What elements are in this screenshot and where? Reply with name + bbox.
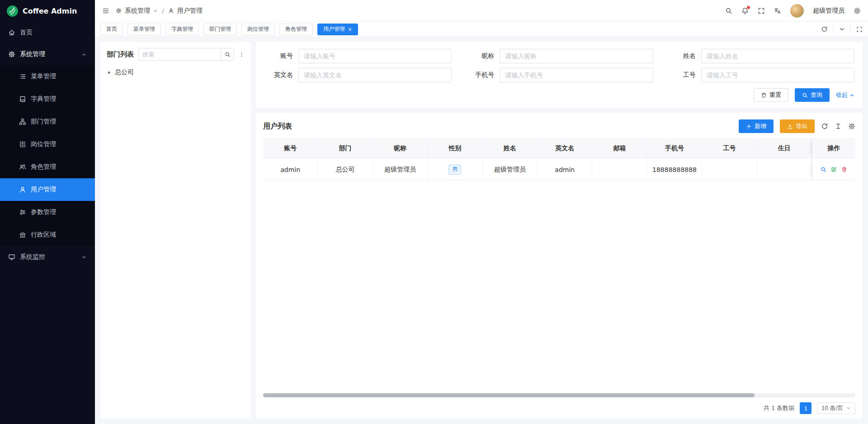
dots-vertical-icon	[239, 52, 245, 57]
refresh-table-button[interactable]	[821, 123, 828, 130]
tree-item-head-office[interactable]: 总公司	[107, 66, 245, 79]
query-button-label: 查询	[811, 91, 822, 99]
sidebar-item-menu-management[interactable]: 菜单管理	[0, 65, 95, 88]
reset-button[interactable]: 重置	[754, 88, 788, 102]
breadcrumb-level2: 用户管理	[177, 7, 203, 15]
bank-icon	[19, 231, 26, 238]
tab-label: 菜单管理	[133, 25, 155, 33]
sidebar-item-role-management[interactable]: 角色管理	[0, 156, 95, 178]
collapse-filters-button[interactable]: 收起	[836, 91, 854, 99]
filter-grid: 账号 昵称 姓名 英文名	[264, 49, 854, 82]
sidebar-item-post-management[interactable]: 岗位管理	[0, 133, 95, 156]
sidebar-item-label: 首页	[20, 29, 33, 37]
tab-post-management[interactable]: 岗位管理	[241, 24, 275, 35]
reset-button-label: 重置	[769, 91, 781, 99]
field-label: 账号	[264, 52, 293, 60]
badge-icon	[19, 141, 26, 148]
user-avatar[interactable]	[790, 4, 804, 18]
tab-actions-dropdown-button[interactable]	[839, 26, 845, 32]
scrollbar-thumb[interactable]	[263, 393, 755, 397]
translate-button[interactable]	[774, 7, 781, 14]
global-search-button[interactable]	[725, 7, 732, 14]
column-header-email: 邮箱	[592, 138, 647, 159]
field-nickname: 昵称	[465, 49, 653, 63]
tab-menu-management[interactable]: 菜单管理	[127, 24, 161, 35]
search-icon	[725, 7, 732, 14]
refresh-page-button[interactable]	[821, 26, 828, 33]
department-search-button[interactable]	[221, 48, 234, 61]
tab-label: 用户管理	[323, 25, 345, 33]
sidebar-item-dictionary-management[interactable]: 字典管理	[0, 88, 95, 110]
sidebar-item-label: 菜单管理	[31, 72, 56, 81]
coffee-logo-icon	[6, 5, 19, 17]
tab-dictionary-management[interactable]: 字典管理	[165, 24, 199, 35]
breadcrumb: 系统管理 / 用户管理	[116, 7, 203, 15]
column-header-phone: 手机号	[647, 138, 702, 159]
sidebar-item-system-monitor[interactable]: 系统监控	[0, 246, 95, 268]
page-size-value: 10 条/页	[821, 404, 843, 412]
search-icon	[802, 92, 808, 98]
fullscreen-button[interactable]	[758, 7, 765, 14]
breadcrumb-separator: /	[162, 7, 164, 14]
sidebar-item-label: 字典管理	[31, 95, 56, 103]
nickname-input[interactable]	[500, 49, 653, 63]
tab-home[interactable]: 首页	[100, 24, 123, 35]
tab-user-management[interactable]: 用户管理 ×	[317, 24, 358, 35]
breadcrumb-level1[interactable]: 系统管理	[125, 7, 150, 15]
chevron-up-icon	[81, 52, 87, 57]
field-account: 账号	[264, 49, 452, 63]
sidebar-item-user-management[interactable]: 用户管理	[0, 178, 95, 201]
name-input[interactable]	[701, 49, 854, 63]
table-row: admin 总公司 超级管理员 男 超级管理员 admin 1888888888…	[263, 159, 855, 181]
params-icon	[19, 209, 26, 216]
content-fullscreen-button[interactable]	[856, 26, 863, 33]
tab-role-management[interactable]: 角色管理	[279, 24, 313, 35]
current-user-name[interactable]: 超级管理员	[813, 7, 844, 15]
export-button[interactable]: 导出	[780, 119, 815, 133]
page-content: 部门列表	[95, 37, 868, 424]
english-name-input[interactable]	[298, 68, 452, 82]
edit-row-button[interactable]	[829, 167, 839, 172]
department-more-button[interactable]	[239, 52, 245, 57]
sidebar-item-label: 角色管理	[31, 163, 56, 171]
user-list-tools: 新增 导出	[739, 119, 855, 133]
user-table: 账号 部门 昵称 性别 姓名 英文名 邮箱 手机号 工号 生日 操作	[263, 138, 855, 181]
field-label: 英文名	[264, 71, 293, 79]
top-header: 系统管理 / 用户管理	[95, 0, 868, 22]
sidebar-item-system-management[interactable]: 系统管理	[0, 43, 95, 65]
hamburger-icon	[102, 7, 109, 14]
user-list-card: 用户列表 新增	[256, 113, 863, 419]
department-tree: 总公司	[107, 66, 245, 79]
sidebar-item-department-management[interactable]: 部门管理	[0, 110, 95, 133]
total-count-text: 共 1 条数据	[764, 404, 795, 412]
row-height-button[interactable]	[835, 123, 842, 130]
sidebar-collapse-button[interactable]	[102, 7, 109, 14]
collapse-label: 收起	[836, 91, 848, 99]
horizontal-scrollbar	[263, 393, 855, 397]
plus-icon	[746, 124, 752, 129]
department-search-input[interactable]	[138, 48, 221, 61]
view-icon	[821, 167, 826, 172]
view-row-button[interactable]	[818, 167, 829, 172]
add-user-button[interactable]: 新增	[739, 119, 774, 133]
tab-department-management[interactable]: 部门管理	[203, 24, 237, 35]
query-button[interactable]: 查询	[795, 88, 830, 102]
sidebar-item-home[interactable]: 首页	[0, 22, 95, 43]
field-phone: 手机号	[465, 68, 653, 82]
chevron-up-icon	[849, 93, 854, 98]
user-list-title: 用户列表	[263, 122, 292, 131]
column-settings-button[interactable]	[848, 123, 855, 130]
sidebar-item-admin-region[interactable]: 行政区域	[0, 224, 95, 246]
scrollbar-track	[263, 393, 855, 397]
phone-input[interactable]	[500, 68, 653, 82]
tab-close-icon[interactable]: ×	[348, 27, 352, 32]
account-input[interactable]	[298, 49, 452, 63]
sidebar-item-params-management[interactable]: 参数管理	[0, 201, 95, 224]
notifications-button[interactable]	[741, 7, 749, 14]
page-1-button[interactable]: 1	[800, 402, 811, 414]
settings-button[interactable]	[854, 7, 861, 14]
page-size-select[interactable]: 10 条/页	[817, 402, 855, 414]
delete-row-button[interactable]	[839, 167, 849, 172]
job-number-input[interactable]	[701, 68, 854, 82]
column-header-nickname: 昵称	[373, 138, 428, 159]
